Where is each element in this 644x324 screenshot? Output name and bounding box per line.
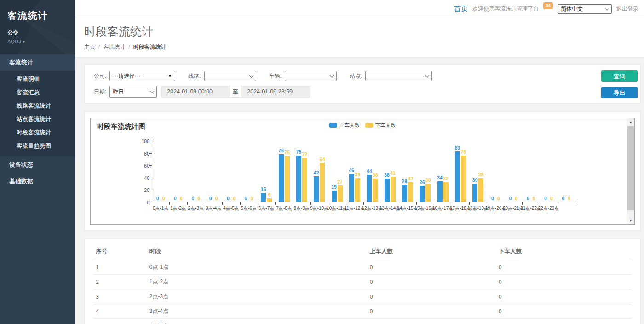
page-heading: 时段客流统计 主页/客流统计/时段客流统计 — [75, 18, 644, 58]
station-label: 站点: — [350, 72, 362, 80]
x-axis-tick — [293, 202, 293, 205]
bar-下车人数 — [443, 182, 448, 202]
x-axis-tick — [258, 202, 258, 205]
date-preset-select[interactable]: 昨日 — [109, 86, 157, 98]
bar-value-label: 30 — [472, 177, 478, 183]
x-axis-tick — [187, 202, 188, 205]
sidebar-item-客流量趋势图[interactable]: 客流量趋势图 — [0, 139, 75, 153]
company-select[interactable]: ---请选择--- ▼ — [109, 71, 175, 81]
bar-下车人数 — [285, 156, 290, 202]
x-axis-label: 5点-6点 — [241, 205, 257, 212]
bar-value-label: 34 — [437, 175, 443, 180]
bar-value-label: 0 — [550, 196, 553, 201]
bar-value-label: 28 — [402, 179, 407, 184]
legend-label: 下车人数 — [375, 122, 396, 129]
scrollbar-thumb[interactable] — [627, 126, 634, 210]
bar-value-label: 0 — [233, 196, 236, 201]
breadcrumb-separator: / — [98, 44, 100, 50]
bar-下车人数 — [338, 185, 343, 202]
sidebar-item-客流明细[interactable]: 客流明细 — [0, 73, 75, 86]
x-axis-tick — [487, 202, 487, 205]
sidebar-item-客流汇总[interactable]: 客流汇总 — [0, 86, 75, 99]
line-select[interactable] — [204, 71, 256, 81]
scrollbar-up-arrow-icon[interactable]: ▲ — [627, 118, 634, 126]
bar-下车人数 — [426, 184, 431, 202]
table-cell: 0 — [368, 260, 497, 275]
date-from-input[interactable]: 2024-01-09 00:00 — [161, 86, 230, 98]
language-select[interactable]: 简体中文 — [558, 4, 612, 14]
x-axis-tick — [240, 202, 241, 205]
table-row: 54点-5点00 — [94, 319, 631, 324]
sidebar-item-时段客流统计[interactable]: 时段客流统计 — [0, 126, 75, 139]
sidebar-section-客流统计[interactable]: 客流统计 — [0, 54, 75, 71]
table-cell: 0 — [497, 275, 631, 289]
x-axis-tick — [275, 202, 276, 205]
table-header-cell: 下车人数 — [497, 243, 631, 260]
sidebar-section-基础数据[interactable]: 基础数据 — [0, 173, 75, 190]
date-to-input[interactable]: 2024-01-09 23:59 — [242, 86, 310, 98]
station-select[interactable] — [365, 71, 432, 81]
table-cell: 0 — [497, 319, 631, 324]
chart-scrollbar[interactable]: ▲ ▼ — [627, 118, 634, 224]
legend-label: 上车人数 — [339, 122, 360, 129]
bar-value-label: 0 — [244, 196, 247, 201]
chart-title: 时段车流统计图 — [97, 122, 145, 131]
home-link[interactable]: 首页 — [454, 5, 468, 13]
x-axis-tick — [452, 202, 452, 205]
export-button[interactable]: 导出 — [601, 87, 638, 98]
x-axis-label: 22点-23点 — [538, 205, 559, 212]
scrollbar-down-arrow-icon[interactable]: ▼ — [627, 217, 634, 224]
y-axis-tick — [150, 153, 152, 154]
sidebar-item-线路客流统计[interactable]: 线路客流统计 — [0, 99, 75, 113]
filter-row-1: 公司: ---请选择--- ▼ 线路: 车辆: — [94, 71, 631, 81]
bar-下车人数 — [461, 156, 466, 202]
bar-value-label: 39 — [355, 172, 360, 177]
sidebar: 客流统计 公交 AQGJ ▾ 客流统计客流明细客流汇总线路客流统计站点客流统计时… — [0, 0, 75, 324]
vehicle-select[interactable] — [285, 71, 337, 81]
sidebar-submenu: 客流明细客流汇总线路客流统计站点客流统计时段客流统计客流量趋势图 — [0, 71, 75, 156]
legend-item-下车人数[interactable]: 下车人数 — [365, 122, 396, 129]
notification-badge: 34 — [543, 2, 553, 9]
table-cell: 5 — [94, 319, 148, 324]
search-button[interactable]: 查询 — [601, 70, 638, 82]
bar-value-label: 76 — [296, 149, 301, 155]
x-axis-label: 3点-4点 — [206, 205, 221, 212]
table-cell: 3点-4点 — [148, 304, 368, 319]
bar-value-label: 26 — [420, 179, 425, 185]
breadcrumb-home[interactable]: 主页 — [84, 44, 95, 50]
bar-value-label: 83 — [454, 145, 460, 150]
bar-下车人数 — [408, 182, 413, 202]
bar-下车人数 — [478, 178, 483, 202]
welcome-text: 欢迎使用客流统计管理平台 — [472, 5, 539, 13]
bar-上车人数 — [261, 193, 266, 202]
bar-value-label: 0 — [209, 196, 212, 201]
x-axis-label: 2点-3点 — [188, 205, 204, 212]
bar-value-label: 0 — [568, 196, 570, 201]
y-axis-label: 100 — [136, 139, 150, 144]
chevron-down-icon — [605, 6, 610, 11]
bar-value-label: 64 — [320, 156, 325, 162]
brand-company-label: 公交 — [7, 29, 75, 37]
bar-value-label: 30 — [426, 177, 431, 183]
brand-user-name: AQGJ — [7, 39, 21, 44]
x-axis-tick — [416, 202, 417, 205]
breadcrumb: 主页/客流统计/时段客流统计 — [84, 43, 644, 51]
bar-下车人数 — [391, 177, 396, 202]
table-header-row: 序号时段上车人数下车人数 — [94, 243, 631, 260]
table-cell: 0 — [497, 260, 631, 275]
bar-value-label: 0 — [515, 196, 518, 201]
bar-上车人数 — [367, 175, 372, 202]
chevron-down-icon — [249, 73, 253, 78]
logout-link[interactable]: 退出登录 — [616, 5, 638, 13]
sidebar-section-设备状态[interactable]: 设备状态 — [0, 156, 75, 173]
sidebar-item-站点客流统计[interactable]: 站点客流统计 — [0, 113, 75, 126]
brand-user-dropdown[interactable]: AQGJ ▾ — [7, 39, 75, 45]
bar-value-label: 27 — [337, 179, 343, 185]
breadcrumb-section[interactable]: 客流统计 — [103, 44, 125, 50]
table-cell: 4点-5点 — [148, 319, 368, 324]
date-preset-value: 昨日 — [113, 88, 124, 96]
x-axis-tick — [522, 202, 523, 205]
legend-swatch-icon — [329, 123, 337, 128]
legend-item-上车人数[interactable]: 上车人数 — [329, 122, 360, 129]
y-axis-label: 20 — [136, 187, 150, 193]
